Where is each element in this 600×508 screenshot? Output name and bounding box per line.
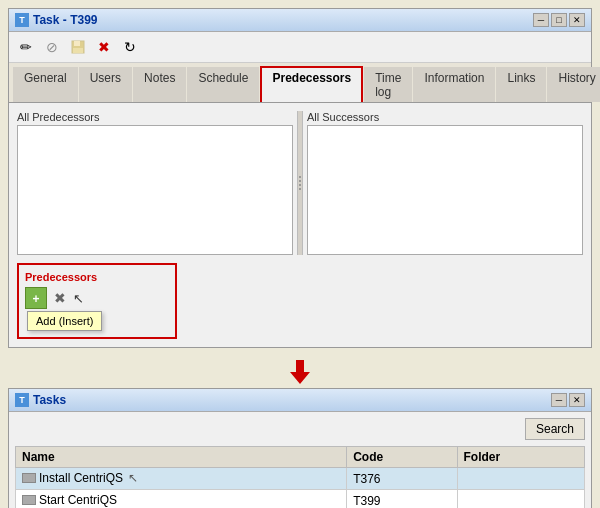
svg-marker-5 xyxy=(290,360,310,384)
col-folder: Folder xyxy=(457,447,585,468)
tab-bar: General Users Notes Schedule Predecessor… xyxy=(9,63,591,103)
tab-links[interactable]: Links xyxy=(496,67,546,102)
down-arrow-icon xyxy=(286,360,314,384)
tab-history[interactable]: History xyxy=(547,67,600,102)
col-code: Code xyxy=(347,447,457,468)
add-predecessor-button[interactable]: + xyxy=(25,287,47,309)
minimize-button[interactable]: ─ xyxy=(533,13,549,27)
task-code-cell: T399 xyxy=(347,490,457,509)
top-window: T Task - T399 ─ □ ✕ ✏ ⊘ ✖ ↻ General User… xyxy=(8,8,592,348)
search-row: Search xyxy=(15,418,585,440)
bottom-window-icon: T xyxy=(15,393,29,407)
successors-panel: All Successors xyxy=(307,111,583,255)
edit-button[interactable]: ✏ xyxy=(15,36,37,58)
add-tooltip: Add (Insert) xyxy=(27,311,102,331)
bottom-window: T Tasks ─ ✕ Search Name Code Folder xyxy=(8,388,592,508)
tab-schedule[interactable]: Schedule xyxy=(187,67,259,102)
table-header-row: Name Code Folder xyxy=(16,447,585,468)
refresh-button[interactable]: ↻ xyxy=(119,36,141,58)
task-folder-cell xyxy=(457,468,585,490)
top-window-controls: ─ □ ✕ xyxy=(533,13,585,27)
predecessors-toolbar-box: Predecessors + ✖ ↖ Add (Insert) xyxy=(17,263,177,339)
task-name: Start CentriQS xyxy=(39,493,117,507)
successors-panel-label: All Successors xyxy=(307,111,583,123)
tab-general[interactable]: General xyxy=(13,67,78,102)
svg-text:+: + xyxy=(32,292,39,306)
task-name-cell: Start CentriQS xyxy=(16,490,347,509)
window-icon: T xyxy=(15,13,29,27)
cursor-arrow-icon: ↖ xyxy=(128,471,138,485)
cancel-button[interactable]: ⊘ xyxy=(41,36,63,58)
task-icon xyxy=(22,495,36,505)
maximize-button[interactable]: □ xyxy=(551,13,567,27)
delete-button[interactable]: ✖ xyxy=(93,36,115,58)
tab-users[interactable]: Users xyxy=(79,67,132,102)
bottom-title-bar: T Tasks ─ ✕ xyxy=(9,389,591,412)
content-area: All Predecessors All Successors Predeces… xyxy=(9,103,591,347)
table-row[interactable]: Install CentriQS ↖ T376 xyxy=(16,468,585,490)
toolbar: ✏ ⊘ ✖ ↻ xyxy=(9,32,591,63)
close-button[interactable]: ✕ xyxy=(569,13,585,27)
top-title-bar: T Task - T399 ─ □ ✕ xyxy=(9,9,591,32)
bottom-close-button[interactable]: ✕ xyxy=(569,393,585,407)
task-name-cell: Install CentriQS ↖ xyxy=(16,468,347,490)
tab-timelog[interactable]: Time log xyxy=(364,67,412,102)
successors-list[interactable] xyxy=(307,125,583,255)
two-panel: All Predecessors All Successors xyxy=(17,111,583,255)
svg-rect-1 xyxy=(74,41,80,46)
col-name: Name xyxy=(16,447,347,468)
task-folder-cell xyxy=(457,490,585,509)
bottom-window-title: T Tasks xyxy=(15,393,66,407)
task-code-cell: T376 xyxy=(347,468,457,490)
predecessors-box-label: Predecessors xyxy=(25,271,169,283)
svg-rect-2 xyxy=(73,48,83,53)
top-window-title: T Task - T399 xyxy=(15,13,97,27)
tab-predecessors[interactable]: Predecessors xyxy=(260,66,363,102)
tab-information[interactable]: Information xyxy=(413,67,495,102)
table-row[interactable]: Start CentriQS T399 xyxy=(16,490,585,509)
bottom-minimize-button[interactable]: ─ xyxy=(551,393,567,407)
search-button[interactable]: Search xyxy=(525,418,585,440)
bottom-content: Search Name Code Folder Install CentriQS… xyxy=(9,412,591,508)
cursor-icon: ↖ xyxy=(73,291,84,306)
splitter-dots xyxy=(299,176,301,190)
task-name: Install CentriQS xyxy=(39,471,123,485)
bottom-window-controls: ─ ✕ xyxy=(551,393,585,407)
task-row-icon: Install CentriQS ↖ xyxy=(22,471,138,485)
tab-notes[interactable]: Notes xyxy=(133,67,186,102)
predecessors-panel-label: All Predecessors xyxy=(17,111,293,123)
save-button[interactable] xyxy=(67,36,89,58)
task-icon xyxy=(22,473,36,483)
panel-splitter[interactable] xyxy=(297,111,303,255)
pred-toolbar: + ✖ ↖ xyxy=(25,287,169,309)
predecessors-list[interactable] xyxy=(17,125,293,255)
predecessors-panel: All Predecessors xyxy=(17,111,293,255)
task-table: Name Code Folder Install CentriQS ↖ T376 xyxy=(15,446,585,508)
delete-predecessor-button[interactable]: ✖ xyxy=(49,287,71,309)
task-row-icon: Start CentriQS xyxy=(22,493,117,507)
arrow-container xyxy=(0,356,600,388)
